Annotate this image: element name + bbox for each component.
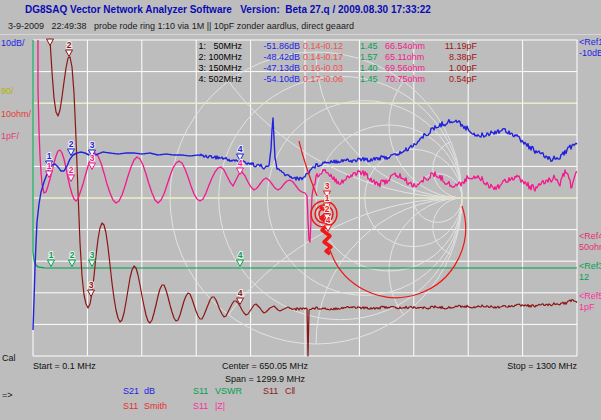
chart-canvas[interactable]: 1234123412342343124 — [0, 0, 601, 420]
left-scale-label: 10dB/ — [1, 38, 25, 48]
svg-text:2: 2 — [70, 250, 75, 260]
legend-item[interactable]: S11 — [263, 386, 278, 396]
marker-cell-cx: 0.16-i0.03 — [303, 63, 343, 73]
marker-cell-cx: 0.14-i0.17 — [303, 52, 343, 62]
trace-marker-1[interactable]: 1 — [48, 250, 55, 267]
legend-item[interactable]: C‖ — [285, 386, 295, 396]
svg-text:3: 3 — [90, 140, 95, 150]
marker-cell-db: -54.10dB — [263, 74, 300, 84]
marker-cell-ohm: 65.11ohm — [385, 52, 424, 62]
left-scale-label: 10ohm/ — [1, 109, 31, 119]
svg-text:1: 1 — [49, 250, 54, 260]
legend-item[interactable]: VSWR — [215, 386, 242, 396]
svg-text:2: 2 — [69, 139, 74, 149]
arrow-indicator[interactable]: => — [2, 390, 13, 400]
marker-cell-vswr: 1.40 — [360, 63, 378, 73]
legend-item[interactable]: S21 — [123, 386, 139, 396]
marker-cell-ohm: 69.56ohm — [385, 63, 425, 73]
left-scale-label: 90/ — [1, 86, 14, 96]
cal-indicator[interactable]: Cal — [2, 353, 16, 363]
marker-cell-cx: 0.17-i0.06 — [303, 74, 343, 84]
marker-cell-pf: 1.00pF — [449, 63, 477, 73]
trace-marker-2[interactable]: 2 — [69, 250, 76, 267]
svg-text:3: 3 — [89, 280, 94, 290]
ref-label: <Ref1 -10dB — [579, 37, 601, 59]
svg-text:4: 4 — [238, 144, 243, 154]
start-frequency-label: Start = 0.1 MHz — [33, 361, 96, 371]
marker-cell-pf: 0.54pF — [449, 74, 477, 84]
marker-cell-num: 1: — [198, 41, 206, 51]
svg-text:4: 4 — [238, 288, 243, 298]
marker-cell-freq: 150MHz — [208, 63, 242, 73]
trace-marker-3[interactable]: 3 — [89, 250, 96, 267]
svg-text:2: 2 — [69, 165, 74, 175]
marker-cell-ohm: 70.75ohm — [385, 74, 425, 84]
legend-item[interactable]: dB — [144, 386, 155, 396]
svg-text:3: 3 — [90, 153, 95, 163]
svg-text:2: 2 — [325, 204, 330, 214]
svg-text:1: 1 — [47, 151, 52, 161]
ref-label: <Ref4 50ohm — [579, 231, 601, 253]
marker-cell-ohm: 66.54ohm — [385, 41, 425, 51]
center-frequency-label: Center = 650.05 MHz — [185, 361, 345, 371]
svg-text:4: 4 — [238, 250, 243, 260]
left-scale-label: 1pF/ — [1, 131, 19, 141]
trace-marker-2[interactable]: 2 — [68, 139, 75, 156]
trace-marker-2[interactable]: 2 — [66, 40, 73, 57]
marker-cell-vswr: 1.45 — [360, 41, 378, 51]
legend-item[interactable]: S11 — [123, 401, 138, 411]
trace-marker-1[interactable] — [47, 39, 54, 46]
marker-cell-vswr: 1.45 — [360, 74, 378, 84]
marker-cell-vswr: 1.57 — [360, 52, 378, 62]
marker-cell-pf: 8.38pF — [449, 52, 477, 62]
svg-text:1: 1 — [47, 161, 52, 171]
svg-text:3: 3 — [325, 181, 330, 191]
marker-cell-freq: 50MHz — [213, 41, 242, 51]
marker-cell-num: 4: — [198, 74, 206, 84]
marker-cell-freq: 502MHz — [208, 74, 242, 84]
ref-label: <Ref3 12 — [579, 261, 601, 283]
svg-text:2: 2 — [67, 40, 72, 50]
marker-cell-cx: 0.14-i0.12 — [303, 41, 343, 51]
marker-cell-num: 2: — [198, 52, 206, 62]
svg-text:1: 1 — [325, 193, 330, 203]
legend-item[interactable]: S11 — [193, 386, 208, 396]
svg-text:4: 4 — [238, 158, 243, 168]
marker-cell-db: -51.86dB — [263, 41, 300, 51]
svg-text:4: 4 — [326, 215, 331, 225]
span-label: Span = 1299.9 MHz — [185, 374, 345, 384]
stop-frequency-label: Stop = 1300 MHz — [430, 361, 577, 371]
legend-item[interactable]: Smith — [144, 401, 167, 411]
vnwa-window: DG8SAQ Vector Network Analyzer Software … — [0, 0, 601, 420]
marker-cell-db: -47.13dB — [263, 63, 300, 73]
marker-cell-num: 3: — [198, 63, 206, 73]
ref-label: <Ref5 1pF — [579, 291, 601, 313]
legend-item[interactable]: |Z| — [215, 401, 225, 411]
marker-cell-freq: 100MHz — [208, 52, 242, 62]
svg-text:3: 3 — [90, 250, 95, 260]
marker-cell-pf: 11.19pF — [445, 41, 477, 51]
marker-cell-db: -48.42dB — [263, 52, 300, 62]
legend-item[interactable]: S11 — [193, 401, 208, 411]
